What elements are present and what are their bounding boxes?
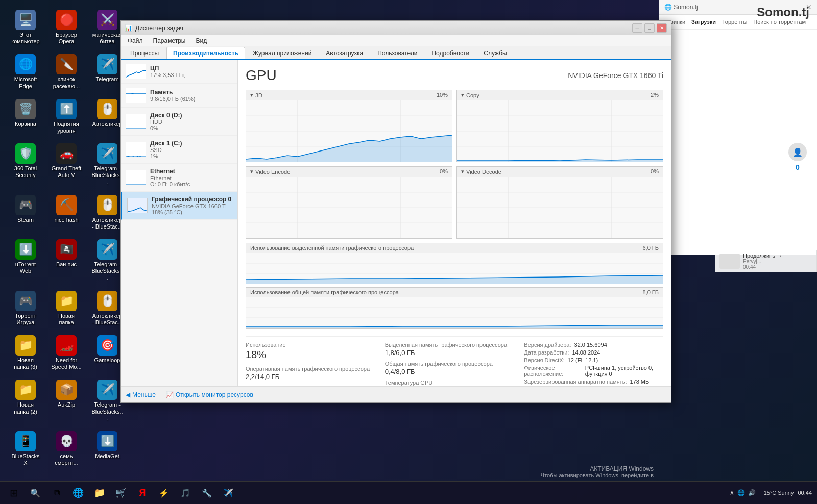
- svg-marker-28: [246, 275, 663, 284]
- chat-area: 👤 0: [788, 143, 807, 171]
- collapse-3d-icon[interactable]: ▾: [250, 92, 253, 98]
- shared-value: 0,4/8,0 ГБ: [385, 368, 524, 375]
- sidebar-item-disk0[interactable]: Диск 0 (D:) HDD0%: [121, 108, 237, 136]
- raise-level-icon: ⬆️: [56, 99, 77, 119]
- reserved-label: Зарезервированная аппаратно память:: [524, 379, 627, 385]
- tab-services[interactable]: Службы: [477, 47, 513, 59]
- icon-utorrent-web[interactable]: ⬇️ uTorrent Web: [8, 237, 43, 284]
- stat-driver: Версия драйвера: 32.0.15.6094 Дата разра…: [524, 342, 663, 386]
- telegram-icon: ✈️: [97, 54, 117, 74]
- tab-performance[interactable]: Производительность: [166, 47, 245, 59]
- continue-timestamp: 00:44: [743, 264, 782, 270]
- shared-memory-label: Использование общей памяти графического …: [250, 289, 399, 295]
- icon-new-folder3[interactable]: 📁 Новая папка (2): [8, 377, 43, 424]
- autoclicker-icon: 🖱️: [97, 99, 117, 119]
- tab-processes[interactable]: Процессы: [124, 47, 165, 59]
- icon-label-gameloop: Gameloop: [94, 357, 121, 364]
- computer-icon: 🖥️: [15, 10, 36, 30]
- icon-new-folder2[interactable]: 📁 Новая папка (3): [8, 333, 43, 372]
- somon-nav-torrents[interactable]: Торренты: [722, 19, 747, 25]
- taskbar-item-unknown1[interactable]: ⚡: [154, 483, 174, 502]
- tab-app-history[interactable]: Журнал приложений: [246, 47, 318, 59]
- taskbar-item-unknown3[interactable]: 🔧: [197, 483, 217, 502]
- taskbar-yandex[interactable]: Я: [133, 483, 152, 502]
- tab-details[interactable]: Подробности: [425, 47, 476, 59]
- icon-label-clinic: клинок расекаю...: [51, 76, 82, 89]
- icon-nice-hash[interactable]: ⛏️ nice hash: [49, 193, 84, 232]
- taskbar-item-unknown2[interactable]: 🎵: [176, 483, 195, 502]
- chart-copy-percent: 2%: [651, 92, 659, 98]
- sidebar-item-ethernet[interactable]: Ethernet EthernetО: 0 П: 0 кбит/с: [121, 164, 237, 192]
- taskbar-right: ∧ 🌐 🔊 15°C Sunny 00:44: [726, 489, 812, 496]
- icon-seven-deaths[interactable]: 💀 семь смертн...: [49, 429, 84, 468]
- driver-date-label: Дата разработки:: [524, 349, 569, 356]
- magic-battle-icon: ⚔️: [97, 10, 117, 30]
- tab-startup[interactable]: Автозагрузка: [319, 47, 370, 59]
- icon-new-folder[interactable]: 📁 Новая папка: [49, 289, 84, 328]
- icon-mediaget[interactable]: ⬇️ MediaGet: [89, 429, 125, 468]
- volume-icon[interactable]: 🔊: [748, 489, 756, 496]
- icon-label-nice-hash: nice hash: [54, 217, 78, 223]
- cpu-subtitle: 17% 3,53 ГГц: [150, 72, 232, 78]
- directx-value: 12 (FL 12.1): [568, 357, 598, 363]
- menu-parameters[interactable]: Параметры: [149, 36, 190, 45]
- search-button[interactable]: 🔍: [26, 483, 45, 502]
- dedicated-memory-label: Использование выделенной памяти графичес…: [250, 245, 414, 251]
- icon-van-pis[interactable]: 🏴‍☠️ Ван пис: [49, 237, 84, 284]
- sidebar-item-memory[interactable]: Память 9,8/16,0 ГБ (61%): [121, 84, 237, 108]
- icon-need-for-speed[interactable]: 🏎️ Need for Speed Mo...: [49, 333, 84, 372]
- sidebar-item-disk1[interactable]: Диск 1 (C:) SSD1%: [121, 136, 237, 164]
- menu-view[interactable]: Вид: [191, 36, 211, 45]
- chevron-icon[interactable]: ∧: [730, 489, 734, 496]
- icon-label-raise-level: Поднятия уровня: [51, 121, 82, 134]
- icon-clinic[interactable]: 🔪 клинок расекаю...: [49, 52, 84, 91]
- stats-row: Использование 18% Оперативная память гра…: [246, 336, 663, 386]
- icon-360-security[interactable]: 🛡️ 360 Total Security: [8, 141, 43, 188]
- disk0-title: Диск 0 (D:): [150, 112, 232, 119]
- collapse-encode-icon[interactable]: ▾: [250, 168, 253, 175]
- start-button[interactable]: ⊞: [4, 483, 23, 502]
- somon-nav-downloads[interactable]: Загрузки: [691, 19, 716, 25]
- collapse-decode-icon[interactable]: ▾: [461, 168, 464, 175]
- icon-aukzip[interactable]: 📦 AukZip: [49, 377, 84, 424]
- maximize-button[interactable]: □: [644, 23, 655, 33]
- gpu-header: GPU NVIDIA GeForce GTX 1660 Ti: [246, 67, 663, 84]
- somon-nav-search[interactable]: Поиск по торрентам: [753, 19, 806, 25]
- icon-edge[interactable]: 🌐 Microsoft Edge: [8, 52, 43, 91]
- icon-opera[interactable]: 🔴 Браузер Opera: [49, 8, 84, 47]
- somon-window-title: 🌐 Somon.tj: [664, 4, 698, 11]
- collapse-copy-icon[interactable]: ▾: [461, 92, 464, 98]
- resource-monitor-button[interactable]: 📈 Открыть монитор ресурсов: [166, 391, 253, 398]
- disk0-info: Диск 0 (D:) HDD0%: [150, 112, 232, 131]
- icon-label-360-security: 360 Total Security: [10, 165, 41, 179]
- driver-version-value: 32.0.15.6094: [574, 342, 607, 348]
- activation-line1: АКТИВАЦИЯ Windows: [541, 465, 654, 472]
- sidebar-item-cpu[interactable]: ЦП 17% 3,53 ГГц: [121, 60, 237, 84]
- icon-my-computer[interactable]: 🖥️ Этот компьютер: [8, 8, 43, 47]
- cpu-mini-chart: [126, 64, 146, 79]
- close-button[interactable]: ✕: [657, 23, 667, 33]
- icon-label-new-folder: Новая папка: [51, 313, 82, 326]
- desktop: 🖥️ Этот компьютер 🔴 Браузер Opera ⚔️ маг…: [0, 0, 817, 504]
- icon-label-new-folder2: Новая папка (3): [10, 357, 41, 370]
- icon-bluestacks-x[interactable]: 📱 BlueStacks X: [8, 429, 43, 468]
- icon-raise-level[interactable]: ⬆️ Поднятия уровня: [49, 97, 84, 136]
- icon-torrent-game[interactable]: 🎮 Торрент Игруха: [8, 289, 43, 328]
- usage-label: Использование: [246, 342, 385, 348]
- icon-label-opera: Браузер Opera: [51, 32, 82, 45]
- taskbar-telegram[interactable]: ✈️: [219, 483, 238, 502]
- menu-file[interactable]: Файл: [124, 36, 147, 45]
- tab-users[interactable]: Пользователи: [371, 47, 424, 59]
- task-view-button[interactable]: ⧉: [47, 483, 66, 502]
- taskbar-edge[interactable]: 🌐: [68, 483, 88, 502]
- icon-gta5[interactable]: 🚗 Grand Theft Auto V: [49, 141, 84, 188]
- icon-steam[interactable]: 🎮 Steam: [8, 193, 43, 232]
- icon-trash[interactable]: 🗑️ Корзина: [8, 97, 43, 136]
- taskbar-store[interactable]: 🛒: [111, 483, 131, 502]
- app-icon: 📊: [125, 24, 132, 32]
- less-button[interactable]: ◀ Меньше: [126, 391, 156, 398]
- minimize-button[interactable]: ─: [632, 23, 642, 33]
- chart-copy-area: [457, 100, 663, 162]
- sidebar-item-gpu0[interactable]: Графический процессор 0 NVIDIA GeForce G…: [121, 192, 237, 220]
- taskbar-explorer[interactable]: 📁: [90, 483, 109, 502]
